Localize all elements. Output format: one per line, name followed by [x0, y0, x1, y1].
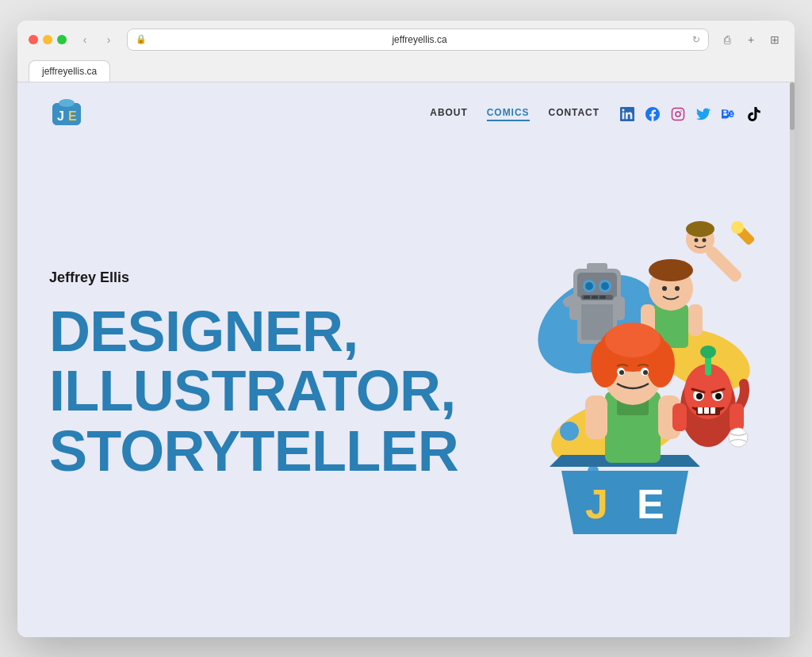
- svg-rect-35: [613, 296, 625, 320]
- close-button[interactable]: [29, 35, 38, 44]
- nav-about[interactable]: ABOUT: [430, 107, 467, 121]
- svg-rect-5: [672, 108, 684, 120]
- facebook-icon[interactable]: [644, 105, 661, 123]
- svg-point-74: [731, 221, 744, 234]
- tiktok-icon[interactable]: [745, 105, 763, 123]
- svg-rect-31: [599, 296, 606, 299]
- headline-line-1: DESIGNER,: [49, 302, 458, 362]
- address-bar[interactable]: 🔒 jeffreyellis.ca ↻: [127, 29, 709, 51]
- svg-rect-33: [587, 263, 607, 271]
- browser-tabs: jeffreyellis.ca: [29, 57, 783, 82]
- nav-right: ABOUT COMICS CONTACT: [430, 105, 763, 123]
- svg-point-76: [686, 221, 714, 237]
- svg-text:J: J: [585, 481, 608, 527]
- svg-rect-66: [704, 407, 709, 414]
- svg-rect-29: [584, 296, 590, 299]
- svg-text:E: E: [637, 481, 665, 527]
- hero-section: Jeffrey Ellis DESIGNER, ILLUSTRATOR, STO…: [17, 146, 795, 621]
- linkedin-icon[interactable]: [619, 105, 636, 123]
- svg-rect-34: [569, 296, 581, 320]
- nav-comics[interactable]: COMICS: [487, 107, 530, 121]
- svg-point-2: [59, 99, 75, 107]
- svg-rect-38: [688, 304, 703, 336]
- svg-rect-67: [710, 407, 715, 414]
- svg-text:E: E: [68, 109, 77, 123]
- svg-rect-68: [672, 403, 687, 431]
- svg-point-27: [601, 282, 609, 290]
- svg-point-78: [703, 238, 707, 242]
- browser-actions: ⎙ + ⊞: [718, 31, 783, 48]
- traffic-lights: [29, 35, 67, 44]
- svg-rect-45: [585, 395, 607, 439]
- instagram-icon[interactable]: [669, 105, 687, 123]
- lock-icon: 🔒: [136, 34, 147, 44]
- svg-rect-69: [730, 403, 744, 431]
- share-button[interactable]: ⎙: [718, 31, 736, 48]
- svg-point-11: [560, 422, 579, 441]
- hero-headline: DESIGNER, ILLUSTRATOR, STORYTELLER: [49, 302, 458, 482]
- site-logo[interactable]: J E: [49, 97, 84, 132]
- reload-icon: ↻: [692, 34, 700, 45]
- url-text: jeffreyellis.ca: [151, 34, 688, 45]
- minimize-button[interactable]: [43, 35, 52, 44]
- nav-contact[interactable]: CONTACT: [549, 107, 600, 121]
- svg-point-63: [715, 393, 722, 399]
- svg-point-7: [680, 110, 682, 112]
- social-icons: [619, 105, 763, 123]
- forward-button[interactable]: ›: [100, 31, 117, 48]
- twitter-icon[interactable]: [695, 105, 712, 123]
- svg-point-62: [696, 393, 703, 399]
- svg-text:J: J: [57, 109, 64, 123]
- behance-icon[interactable]: [720, 105, 737, 123]
- nav-links: ABOUT COMICS CONTACT: [430, 107, 599, 121]
- site-nav: J E ABOUT COMICS CONTACT: [17, 82, 795, 146]
- svg-point-41: [662, 286, 667, 291]
- active-tab[interactable]: jeffreyellis.ca: [29, 60, 110, 82]
- svg-point-77: [695, 238, 699, 242]
- maximize-button[interactable]: [57, 35, 67, 44]
- browser-nav-buttons: ‹ ›: [76, 31, 117, 48]
- svg-point-59: [700, 346, 716, 358]
- svg-point-51: [605, 323, 661, 357]
- svg-rect-30: [592, 296, 598, 299]
- svg-point-40: [649, 259, 693, 281]
- svg-rect-65: [698, 407, 703, 414]
- svg-rect-72: [704, 244, 743, 283]
- svg-point-6: [676, 112, 680, 117]
- browser-chrome: ‹ › 🔒 jeffreyellis.ca ↻ ⎙ + ⊞ jeffreyell…: [17, 21, 795, 82]
- hero-svg: J E: [474, 185, 776, 566]
- scrollbar[interactable]: [790, 82, 795, 637]
- hero-name: Jeffrey Ellis: [49, 269, 458, 286]
- website-content: J E ABOUT COMICS CONTACT: [17, 82, 795, 637]
- hero-text: Jeffrey Ellis DESIGNER, ILLUSTRATOR, STO…: [49, 269, 458, 482]
- headline-line-2: ILLUSTRATOR,: [49, 361, 458, 422]
- browser-window: ‹ › 🔒 jeffreyellis.ca ↻ ⎙ + ⊞ jeffreyell…: [17, 21, 795, 637]
- extensions-button[interactable]: ⊞: [766, 31, 783, 48]
- svg-point-26: [585, 282, 593, 290]
- svg-point-55: [643, 370, 648, 375]
- svg-point-54: [619, 370, 624, 375]
- new-tab-button[interactable]: +: [742, 31, 760, 48]
- hero-illustration: J E: [458, 178, 791, 574]
- svg-marker-14: [561, 471, 688, 534]
- headline-line-3: STORYTELLER: [49, 422, 458, 482]
- back-button[interactable]: ‹: [76, 31, 94, 48]
- svg-point-42: [675, 286, 680, 291]
